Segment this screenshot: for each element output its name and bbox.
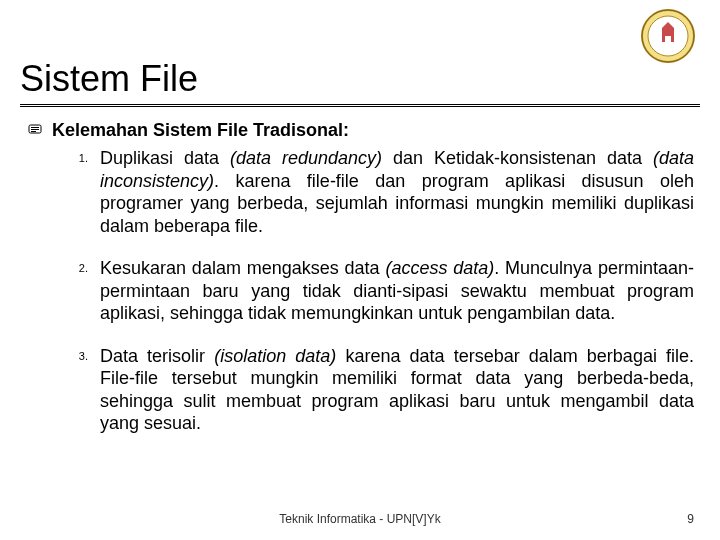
page-title: Sistem File xyxy=(20,58,198,100)
section-heading: Kelemahan Sistem File Tradisonal: xyxy=(52,120,349,141)
list-item: 3. Data terisolir (isolation data) karen… xyxy=(74,345,694,435)
item-text: Data terisolir (isolation data) karena d… xyxy=(100,345,694,435)
university-seal-icon xyxy=(640,8,696,64)
item-number: 1. xyxy=(74,147,88,164)
item-number: 2. xyxy=(74,257,88,274)
page-number: 9 xyxy=(687,512,694,526)
footer-text: Teknik Informatika - UPN[V]Yk xyxy=(0,512,720,526)
content-area: Kelemahan Sistem File Tradisonal: 1. Dup… xyxy=(28,120,694,455)
svg-rect-7 xyxy=(31,131,36,132)
bullet-icon xyxy=(28,122,42,140)
list-item: 2. Kesukaran dalam mengakses data (acces… xyxy=(74,257,694,325)
svg-rect-6 xyxy=(31,129,39,130)
list-item: 1. Duplikasi data (data redundancy) dan … xyxy=(74,147,694,237)
item-text: Duplikasi data (data redundancy) dan Ket… xyxy=(100,147,694,237)
svg-rect-2 xyxy=(665,36,671,42)
title-underline xyxy=(20,104,700,107)
points-list: 1. Duplikasi data (data redundancy) dan … xyxy=(74,147,694,435)
svg-rect-5 xyxy=(31,127,39,128)
item-number: 3. xyxy=(74,345,88,362)
item-text: Kesukaran dalam mengakses data (access d… xyxy=(100,257,694,325)
